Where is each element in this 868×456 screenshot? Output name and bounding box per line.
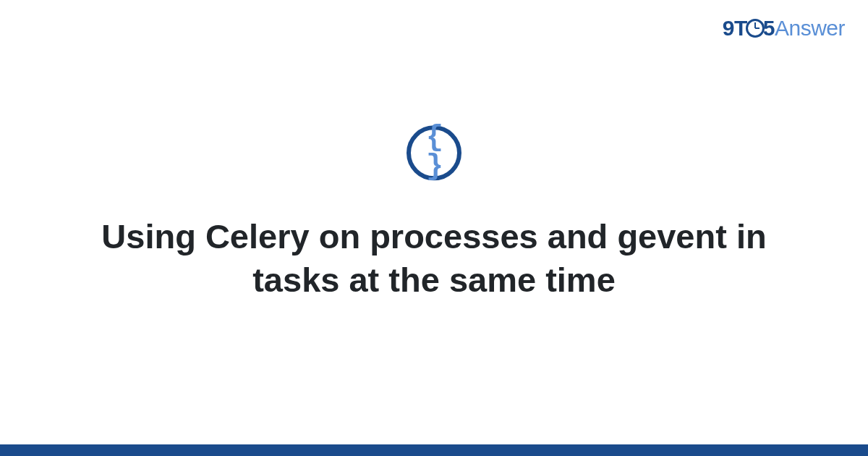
- code-braces-icon: { }: [411, 124, 457, 182]
- site-logo: 9T5Answer: [723, 16, 845, 41]
- main-content: { } Using Celery on processes and gevent…: [0, 125, 868, 302]
- footer-accent-bar: [0, 444, 868, 456]
- logo-text-9t: 9T: [723, 16, 747, 40]
- category-badge: { }: [407, 125, 461, 180]
- clock-icon: [746, 19, 765, 38]
- logo-text-answer: Answer: [775, 16, 845, 40]
- logo-text-5: 5: [763, 16, 775, 40]
- question-title: Using Celery on processes and gevent in …: [0, 215, 868, 302]
